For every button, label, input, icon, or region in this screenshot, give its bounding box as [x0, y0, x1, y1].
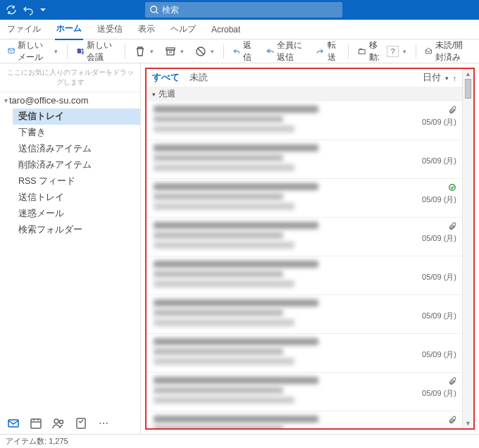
move-icon: [358, 46, 366, 57]
chevron-down-icon: ▾: [4, 97, 8, 104]
unread-read-button[interactable]: 未読/開封済み: [421, 37, 475, 66]
scroll-thumb[interactable]: [465, 79, 471, 99]
calendar-nav-icon[interactable]: [30, 417, 42, 430]
scroll-down-icon[interactable]: ▼: [464, 418, 473, 428]
account-row[interactable]: ▾ taro@office-su.com: [0, 92, 140, 108]
group-header[interactable]: ▾ 先週: [147, 87, 462, 101]
mail-nav-icon[interactable]: [7, 417, 20, 430]
attachment-icon: [389, 416, 456, 425]
folder-sent[interactable]: 送信済みアイテム: [13, 141, 140, 157]
email-row[interactable]: 05/09 (月): [147, 140, 462, 179]
email-row[interactable]: 05/09 (月): [147, 373, 462, 411]
filter-unread[interactable]: 未読: [189, 72, 208, 84]
item-count-label: アイテム数:: [6, 437, 49, 445]
tab-view[interactable]: 表示: [137, 19, 156, 39]
email-date: 05/09 (月): [389, 117, 456, 127]
sync-icon[interactable]: [6, 4, 17, 15]
svg-rect-7: [359, 49, 366, 54]
attachment-icon: [389, 261, 456, 270]
email-row[interactable]: 05/09 (月): [147, 179, 462, 218]
sort-button[interactable]: 日付 ▾ ↑: [423, 72, 457, 84]
email-row[interactable]: 05/09 (月): [147, 295, 462, 334]
quickaccess-dropdown-icon[interactable]: [39, 4, 46, 15]
email-date: 05/09 (月): [389, 233, 456, 244]
svg-rect-9: [31, 419, 41, 428]
svg-point-11: [60, 421, 63, 424]
scrollbar[interactable]: ▲ ▼: [462, 69, 473, 428]
search-box[interactable]: 検索: [145, 2, 342, 18]
email-date: 05/09 (月): [389, 156, 456, 166]
item-count: 1,275: [49, 437, 68, 445]
email-row[interactable]: 05/09 (月): [147, 101, 462, 140]
email-row[interactable]: 05/09 (月): [147, 256, 462, 295]
chevron-down-icon: ▾: [445, 75, 449, 82]
chevron-down-icon: ▾: [150, 48, 154, 55]
folder-search[interactable]: 検索フォルダー: [13, 222, 140, 238]
email-row[interactable]: 05/09 (月): [147, 218, 462, 256]
attachment-icon: [389, 222, 456, 232]
teams-icon: [77, 46, 85, 57]
reply-icon: [232, 46, 240, 57]
email-row[interactable]: 05/09 (月): [147, 411, 462, 428]
email-date: 05/09 (月): [389, 194, 456, 205]
attachment-icon: [389, 299, 456, 309]
email-date: 05/09 (月): [389, 349, 456, 360]
more-nav-icon[interactable]: ⋯: [97, 417, 110, 430]
svg-point-10: [54, 419, 58, 423]
nav-bar: ⋯: [0, 413, 140, 434]
people-nav-icon[interactable]: [52, 417, 65, 430]
archive-button[interactable]: ▾: [161, 44, 187, 59]
attachment-icon: [389, 377, 456, 387]
svg-rect-8: [8, 420, 18, 427]
favorites-hint: ここにお気に入りのフォルダーをドラッグします: [0, 63, 140, 92]
attachment-icon: [389, 144, 456, 154]
svg-point-0: [151, 6, 157, 13]
svg-point-13: [449, 185, 456, 191]
folder-junk[interactable]: 迷惑メール: [13, 206, 140, 222]
email-date: 05/09 (月): [389, 272, 456, 282]
chevron-down-icon: ▾: [211, 48, 214, 55]
tab-acrobat[interactable]: Acrobat: [210, 20, 242, 39]
ribbon-toolbar: 新しいメール ▾ 新しい会議 ▾ ▾ ▾ 返信 全: [0, 39, 479, 63]
tab-help[interactable]: ヘルプ: [169, 19, 197, 39]
folder-drafts[interactable]: 下書き: [13, 125, 140, 141]
svg-rect-2: [77, 49, 80, 54]
list-header: すべて 未読 日付 ▾ ↑: [147, 69, 462, 87]
folder-inbox[interactable]: 受信トレイ: [13, 108, 140, 125]
folder-outbox[interactable]: 送信トレイ: [13, 189, 140, 206]
archive-icon: [165, 46, 176, 57]
trash-icon: [135, 46, 146, 57]
ribbon-tabs: ファイル ホーム 送受信 表示 ヘルプ Acrobat: [0, 20, 479, 39]
new-mail-icon: [8, 46, 15, 57]
tab-file[interactable]: ファイル: [6, 19, 42, 39]
tab-sendreceive[interactable]: 送受信: [96, 19, 124, 39]
reply-button[interactable]: 返信: [229, 37, 259, 66]
new-mail-button[interactable]: 新しいメール ▾: [4, 37, 61, 66]
status-bar: アイテム数: 1,275: [0, 434, 479, 448]
tasks-nav-icon[interactable]: [75, 417, 87, 430]
folder-rss[interactable]: RSS フィード: [13, 173, 140, 189]
delete-button[interactable]: ▾: [131, 44, 157, 59]
forward-button[interactable]: 転送: [313, 37, 342, 66]
attachment-icon: [389, 183, 456, 193]
forward-icon: [316, 46, 324, 57]
email-date: 05/09 (月): [389, 388, 456, 399]
chevron-down-icon: ▾: [403, 48, 406, 55]
undo-icon[interactable]: [23, 4, 34, 15]
chevron-down-icon: ▾: [180, 48, 184, 55]
attachment-icon: [389, 338, 456, 348]
reply-all-button[interactable]: 全員に返信: [263, 37, 309, 66]
new-meeting-button[interactable]: 新しい会議: [73, 37, 119, 66]
attachment-icon: [389, 106, 456, 116]
envelope-open-icon: [425, 46, 433, 57]
move-button[interactable]: 移動: ? ▾: [354, 37, 409, 66]
email-row[interactable]: 05/09 (月): [147, 334, 462, 373]
report-button[interactable]: ▾: [192, 44, 218, 59]
filter-all[interactable]: すべて: [152, 72, 180, 84]
sort-arrow-icon: ↑: [453, 74, 457, 82]
svg-rect-12: [77, 418, 85, 428]
title-bar: 検索: [0, 0, 479, 20]
folder-deleted[interactable]: 削除済みアイテム: [13, 157, 140, 173]
flag-icon: [195, 46, 206, 57]
scroll-up-icon[interactable]: ▲: [464, 69, 473, 79]
